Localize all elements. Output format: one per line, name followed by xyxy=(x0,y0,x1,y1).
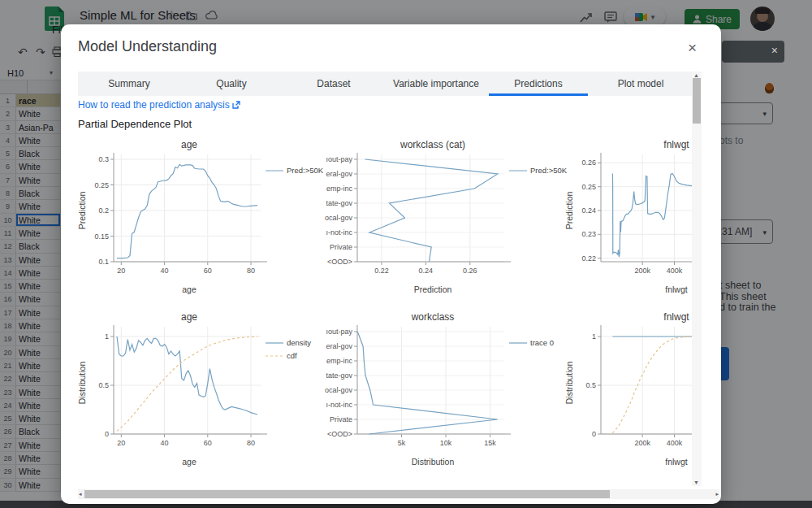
svg-text:eral-gov: eral-gov xyxy=(326,342,352,350)
svg-text:fnlwgt: fnlwgt xyxy=(663,139,689,150)
tab-dataset[interactable]: Dataset xyxy=(283,72,385,96)
chart-fnlwgt-prediction: 200k400k600k0.220.230.240.250.26fnlwgtfn… xyxy=(564,138,692,301)
svg-text:Distribution: Distribution xyxy=(412,457,455,467)
chart-workclass-distribution: 5k10k15kıout-payeral-govemp-inctate-govo… xyxy=(321,310,564,473)
svg-text:40: 40 xyxy=(161,267,169,275)
svg-text:400k: 400k xyxy=(667,439,683,447)
svg-text:tate-gov: tate-gov xyxy=(326,371,352,380)
tab-predictions[interactable]: Predictions xyxy=(487,72,590,96)
svg-text:200k: 200k xyxy=(634,439,650,447)
horizontal-scrollbar-thumb[interactable] xyxy=(84,490,610,498)
svg-text:Private: Private xyxy=(330,415,352,423)
svg-text:60: 60 xyxy=(204,267,212,275)
prediction-analysis-link[interactable]: How to read the prediction analysis xyxy=(78,99,240,111)
tab-plot-model[interactable]: Plot model xyxy=(590,72,692,96)
svg-text:ocal-gov: ocal-gov xyxy=(325,214,353,222)
svg-text:20: 20 xyxy=(117,439,125,447)
svg-text:0.26: 0.26 xyxy=(581,158,596,167)
svg-text:80: 80 xyxy=(247,267,255,275)
svg-text:eral-gov: eral-gov xyxy=(326,170,352,178)
close-dialog-icon[interactable]: × xyxy=(688,39,697,57)
svg-text:cdf: cdf xyxy=(287,351,297,360)
scroll-right-icon[interactable]: ▸ xyxy=(715,491,719,497)
tabs: SummaryQualityDatasetVariable importance… xyxy=(78,72,692,96)
svg-text:ıout-pay: ıout-pay xyxy=(326,155,352,163)
svg-text:emp-inc: emp-inc xyxy=(326,357,353,365)
svg-text:age: age xyxy=(182,284,197,294)
svg-text:0.24: 0.24 xyxy=(581,206,596,215)
section-title: Partial Dependence Plot xyxy=(78,118,192,130)
svg-text:0.5: 0.5 xyxy=(585,381,596,389)
svg-text:age: age xyxy=(181,311,197,323)
svg-text:ocal-gov: ocal-gov xyxy=(325,386,353,394)
svg-text:0.2: 0.2 xyxy=(98,206,109,215)
svg-text:1: 1 xyxy=(105,332,109,341)
svg-text:0.22: 0.22 xyxy=(374,267,389,275)
svg-text:workclass (cat): workclass (cat) xyxy=(400,139,465,150)
svg-text:Pred:>50K: Pred:>50K xyxy=(287,166,324,175)
screen: Simple ML for Sheets ☆ File ↶ ↷ H10 ▾ 1r… xyxy=(0,0,812,508)
svg-text:Prediction: Prediction xyxy=(414,284,452,294)
svg-text:Prediction: Prediction xyxy=(77,192,87,230)
close-toast-icon[interactable]: × xyxy=(771,44,778,57)
svg-text:60: 60 xyxy=(204,439,212,447)
external-link-icon xyxy=(232,101,240,109)
svg-text:tate-gov: tate-gov xyxy=(326,199,352,207)
svg-text:0.22: 0.22 xyxy=(581,254,596,263)
scroll-left-icon[interactable]: ◂ xyxy=(79,491,82,497)
model-understanding-dialog: Model Understanding × SummaryQualityData… xyxy=(61,24,721,504)
chart-fnlwgt-distribution: 200k400k600k00.51fnlwgtfnlwgtDistributio… xyxy=(564,310,692,473)
dialog-title: Model Understanding xyxy=(78,38,217,55)
svg-text:0.5: 0.5 xyxy=(98,381,109,389)
svg-text:0.3: 0.3 xyxy=(98,155,109,163)
svg-text:0.25: 0.25 xyxy=(94,181,109,189)
chart-age-distribution: 2040608000.51densitycdfageageDistributio… xyxy=(77,310,321,473)
svg-text:age: age xyxy=(181,139,197,150)
vertical-scrollbar[interactable]: ▲ ▼ xyxy=(692,72,702,486)
svg-text:Distribution: Distribution xyxy=(564,362,574,405)
svg-text:0.25: 0.25 xyxy=(581,183,596,191)
tab-variable-importance[interactable]: Variable importance xyxy=(385,72,487,96)
svg-text:<OOD>: <OOD> xyxy=(327,258,352,266)
tab-quality[interactable]: Quality xyxy=(180,72,283,96)
svg-text:10k: 10k xyxy=(440,439,452,447)
svg-text:0: 0 xyxy=(592,430,596,438)
chart-age-prediction: 204060800.10.150.20.250.3Pred:>50Kageage… xyxy=(77,138,321,301)
svg-text:80: 80 xyxy=(247,439,255,447)
svg-text:emp-inc: emp-inc xyxy=(326,185,353,193)
svg-text:200k: 200k xyxy=(634,267,650,275)
svg-text:Prediction: Prediction xyxy=(564,192,574,230)
svg-text:workclass: workclass xyxy=(411,311,455,323)
scroll-down-icon[interactable]: ▼ xyxy=(693,480,699,485)
svg-text:5k: 5k xyxy=(398,439,406,447)
svg-text:ı-not-inc: ı-not-inc xyxy=(326,228,352,237)
svg-text:Distribution: Distribution xyxy=(77,362,87,405)
svg-text:trace 0: trace 0 xyxy=(530,338,554,347)
svg-text:age: age xyxy=(182,457,197,467)
tab-summary[interactable]: Summary xyxy=(78,72,180,96)
svg-text:Pred:>50K: Pred:>50K xyxy=(530,166,568,175)
chart-workclass-prediction: 0.220.240.26ıout-payeral-govemp-inctate-… xyxy=(321,138,564,301)
svg-text:0: 0 xyxy=(105,430,109,438)
scroll-up-icon[interactable]: ▲ xyxy=(693,72,699,78)
svg-text:1: 1 xyxy=(592,332,596,341)
link-label: How to read the prediction analysis xyxy=(78,99,230,111)
svg-text:400k: 400k xyxy=(667,267,683,275)
svg-text:0.1: 0.1 xyxy=(98,258,109,266)
svg-text:20: 20 xyxy=(117,267,125,275)
svg-text:40: 40 xyxy=(161,439,169,447)
vertical-scrollbar-thumb[interactable] xyxy=(693,78,701,124)
svg-text:density: density xyxy=(287,338,311,347)
svg-text:fnlwgt: fnlwgt xyxy=(665,284,688,294)
toast-notification: × xyxy=(722,41,784,63)
horizontal-scrollbar[interactable]: ◂ ▸ xyxy=(78,489,719,499)
svg-text:fnlwgt: fnlwgt xyxy=(663,311,689,323)
svg-text:<OOD>: <OOD> xyxy=(327,430,352,438)
pdp-charts: 204060800.10.150.20.250.3Pred:>50Kageage… xyxy=(77,138,692,489)
svg-text:0.23: 0.23 xyxy=(581,230,596,238)
svg-text:15k: 15k xyxy=(484,439,496,447)
svg-text:ı-not-inc: ı-not-inc xyxy=(326,401,352,409)
svg-text:0.24: 0.24 xyxy=(419,267,434,275)
svg-text:ıout-pay: ıout-pay xyxy=(326,328,352,336)
svg-text:0.15: 0.15 xyxy=(94,232,109,241)
